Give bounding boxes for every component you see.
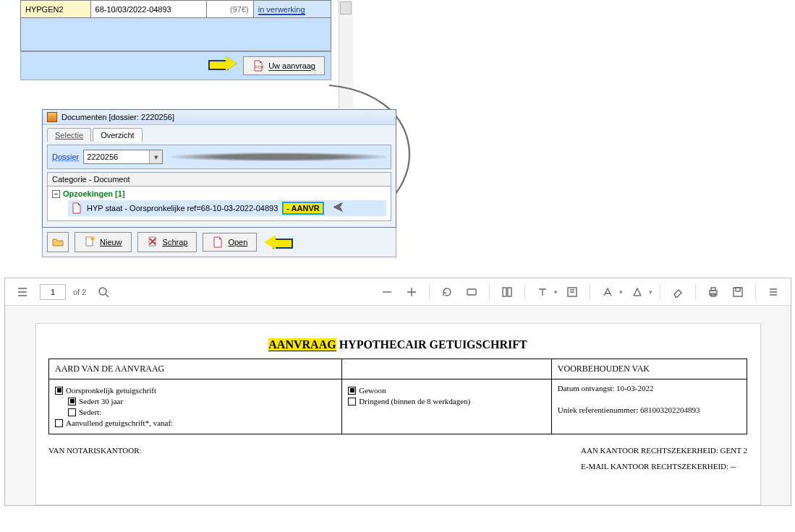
print-button[interactable] xyxy=(703,282,723,302)
chk-label: Sedert: xyxy=(79,408,101,416)
schrap-label: Schrap xyxy=(163,238,188,246)
page-number-input[interactable] xyxy=(40,284,66,300)
separator xyxy=(695,284,696,300)
tree-leaf-tag: - AANVR xyxy=(282,202,323,215)
annotation-arrow-icon xyxy=(208,56,239,71)
chevron-down-icon[interactable]: ▾ xyxy=(619,288,623,296)
dossier-label[interactable]: Dossier xyxy=(52,153,79,161)
separator xyxy=(660,284,660,300)
erase-tool-button[interactable] xyxy=(668,282,688,302)
pdf-icon xyxy=(71,202,82,214)
category-panel: Categorie - Document − Opzoekingen [1] H… xyxy=(47,172,391,221)
chk-label: Dringend (binnen de 8 werkdagen) xyxy=(359,397,470,406)
redacted-text xyxy=(171,153,386,161)
document-tree: − Opzoekingen [1] HYP staat - Oorspronke… xyxy=(48,186,391,220)
form-footer: VAN NOTARISKANTOOR: AAN KANTOOR RECHTSZE… xyxy=(48,446,747,471)
pdf-page: AANVRAAG HYPOTHECAIR GETUIGSCHRIFT AARD … xyxy=(35,323,761,505)
tab-overzicht[interactable]: Overzicht xyxy=(93,128,142,142)
grid-blank-area xyxy=(21,18,331,51)
nieuw-button[interactable]: + Nieuw xyxy=(75,232,132,252)
documenten-window: Documenten [dossier: 2220256] Selectie O… xyxy=(42,109,396,228)
nieuw-label: Nieuw xyxy=(100,238,122,246)
sidebar-toggle-button[interactable] xyxy=(12,282,33,302)
page-total-label: of 2 xyxy=(73,288,86,296)
title-highlight: AANVRAAG xyxy=(268,338,336,351)
tree-leaf-text: HYP staat - Oorspronkelijke ref=68-10-03… xyxy=(87,204,278,213)
col1-header: AARD VAN DE AANVRAAG xyxy=(55,364,336,374)
tree-group-opzoekingen[interactable]: − Opzoekingen [1] xyxy=(52,189,386,198)
dossier-input[interactable] xyxy=(84,150,149,163)
dossier-row: Dossier ▾ xyxy=(47,145,391,169)
separator xyxy=(590,284,590,300)
collapse-icon[interactable]: − xyxy=(52,190,60,198)
chevron-down-icon[interactable]: ▾ xyxy=(554,288,558,296)
chevron-down-icon[interactable]: ▾ xyxy=(149,150,162,163)
svg-point-5 xyxy=(99,288,106,295)
new-icon: + xyxy=(84,236,95,249)
scroll-thumb[interactable] xyxy=(340,1,352,14)
col3-line1: Datum ontvangst: 10-03-2022 xyxy=(558,384,741,392)
svg-text:+: + xyxy=(91,236,93,241)
pdf-toolbar: of 2 ▾ ▾ ▾ xyxy=(5,278,791,306)
footer-left: VAN NOTARISKANTOOR: xyxy=(48,446,142,471)
text-tool-button[interactable] xyxy=(532,282,553,302)
highlight-tool-button[interactable] xyxy=(598,282,618,302)
title-rest: HYPOTHECAIR GETUIGSCHRIFT xyxy=(336,338,527,351)
more-button[interactable] xyxy=(763,282,783,302)
checkbox-icon xyxy=(68,398,76,406)
cell-price: (97€) xyxy=(207,1,253,18)
search-button[interactable] xyxy=(93,282,114,302)
dossier-combo[interactable]: ▾ xyxy=(83,150,163,164)
uw-aanvraag-button[interactable]: PDF Uw aanvraag xyxy=(243,56,325,75)
window-title: Documenten [dossier: 2220256] xyxy=(61,113,174,121)
table-row[interactable]: HYPGEN2 68-10/03/2022-04893 (97€) in ver… xyxy=(21,1,331,18)
cell-ref: 68-10/03/2022-04893 xyxy=(90,1,207,18)
svg-rect-11 xyxy=(711,288,715,291)
category-header: Categorie - Document xyxy=(48,173,391,186)
pdf-viewer: of 2 ▾ ▾ ▾ xyxy=(4,278,791,506)
schrap-button[interactable]: Schrap xyxy=(137,232,197,252)
tree-group-label: Opzoekingen [1] xyxy=(63,189,125,198)
save-button[interactable] xyxy=(728,282,748,302)
cell-type: HYPGEN2 xyxy=(21,1,91,18)
chk-label: Sedert 30 jaar xyxy=(79,397,123,406)
zoom-in-button[interactable] xyxy=(401,282,422,302)
col3-line2: Uniek referentienummer: 681003202204893 xyxy=(558,406,741,414)
annotation-arrow-icon xyxy=(263,235,293,249)
pdf-icon: PDF xyxy=(252,60,264,72)
col3-header: VOORBEHOUDEN VAK xyxy=(558,364,741,374)
request-form-table: AARD VAN DE AANVRAAG VOORBEHOUDEN VAK Oo… xyxy=(48,359,747,434)
rotate-button[interactable] xyxy=(437,282,457,302)
pdf-page-area[interactable]: AANVRAAG HYPOTHECAIR GETUIGSCHRIFT AARD … xyxy=(5,306,791,505)
tabs: Selectie Overzicht xyxy=(43,125,396,142)
zoom-out-button[interactable] xyxy=(377,282,397,302)
separator xyxy=(524,284,525,300)
checkbox-icon xyxy=(348,398,356,406)
checkbox-icon xyxy=(55,387,63,395)
document-title: AANVRAAG HYPOTHECAIR GETUIGSCHRIFT xyxy=(36,338,760,351)
tree-leaf-hypstaat[interactable]: HYP staat - Oorspronkelijke ref=68-10-03… xyxy=(68,200,386,216)
footer-right-1: AAN KANTOOR RECHTSZEKERHEID: GENT 2 xyxy=(581,446,747,455)
documenten-toolbar: + Nieuw Schrap Open xyxy=(42,228,396,257)
svg-rect-7 xyxy=(503,288,506,296)
app-icon xyxy=(47,112,57,122)
page-view-button[interactable] xyxy=(497,282,517,302)
separator xyxy=(489,284,490,300)
window-titlebar[interactable]: Documenten [dossier: 2220256] xyxy=(43,110,396,125)
open-button[interactable]: Open xyxy=(203,233,257,252)
chk-label: Oorspronkelijk getuigschrift xyxy=(66,386,156,395)
fit-width-button[interactable] xyxy=(462,282,482,302)
pdf-icon xyxy=(212,236,224,248)
checkbox-icon xyxy=(348,387,356,395)
svg-rect-8 xyxy=(508,288,511,296)
tab-selectie[interactable]: Selectie xyxy=(47,128,91,142)
folder-button[interactable] xyxy=(47,232,69,252)
chevron-down-icon[interactable]: ▾ xyxy=(649,288,652,296)
scrollbar-stub xyxy=(339,0,353,108)
svg-rect-14 xyxy=(736,288,740,291)
delete-icon xyxy=(147,236,158,249)
note-tool-button[interactable] xyxy=(562,282,582,302)
draw-tool-button[interactable] xyxy=(627,282,647,302)
action-bar: PDF Uw aanvraag xyxy=(20,51,331,80)
separator xyxy=(755,284,756,300)
